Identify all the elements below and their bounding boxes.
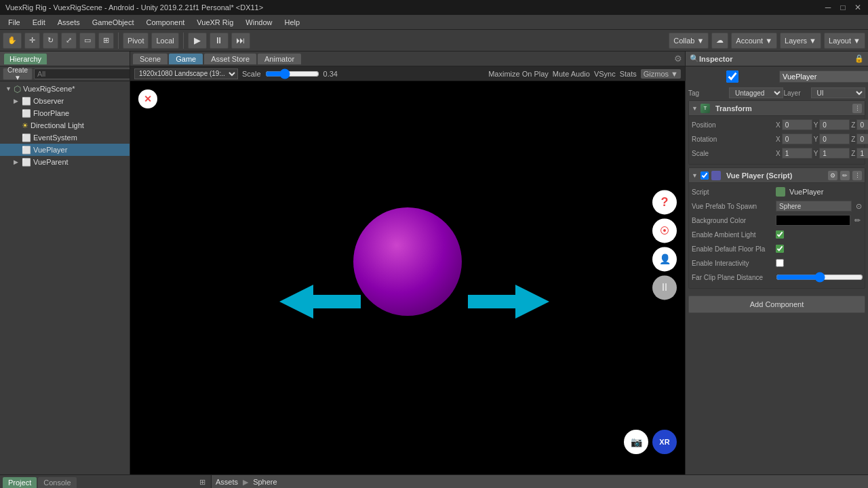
transform-menu-icon[interactable]: ⋮ (852, 104, 862, 113)
hierarchy-item-vueparent[interactable]: ▶ ⬜ VueParent (0, 156, 130, 168)
resolution-select[interactable]: 1920x1080 Landscape (19:.. (134, 68, 238, 79)
left-arrow (279, 285, 361, 320)
account-button[interactable]: Account ▼ (731, 33, 777, 49)
vueplayer-settings-icon[interactable]: ⚙ (828, 171, 837, 180)
gameobj-icon: ⬜ (22, 109, 31, 118)
minimize-button[interactable]: ─ (823, 3, 833, 12)
floor-checkbox[interactable] (776, 245, 784, 253)
scale-slider[interactable] (265, 70, 319, 77)
rect-tool-button[interactable]: ▭ (79, 33, 96, 49)
hierarchy-item-directionallight[interactable]: ☀ Directional Light (0, 119, 130, 131)
transform-tool-button[interactable]: ⊞ (98, 33, 114, 49)
bottom-panel: Project Console ⊞ Create ▼ ▼ ★ Favorites… (0, 474, 868, 488)
scale-tool-button[interactable]: ⤢ (61, 33, 77, 49)
rotate-tool-button[interactable]: ↻ (43, 33, 58, 49)
local-button[interactable]: Local (151, 33, 178, 49)
pivot-button[interactable]: Pivot (123, 33, 149, 49)
vueplayer-header[interactable]: ▼ Vue Player (Script) ⚙ ✏ ⋮ (689, 168, 865, 183)
tab-animator[interactable]: Animator (258, 54, 301, 64)
hierarchy-item-observer[interactable]: ▶ ⬜ Observer (0, 95, 130, 107)
cloud-button[interactable]: ☁ (711, 33, 728, 49)
menu-component[interactable]: Component (140, 17, 190, 28)
play-button[interactable]: ▶ (188, 33, 207, 49)
pos-z-input[interactable] (856, 119, 868, 130)
xr-button[interactable]: XR (652, 430, 677, 454)
object-name-input[interactable] (779, 70, 868, 83)
pos-y-input[interactable] (819, 119, 850, 130)
move-tool-button[interactable]: ✛ (24, 33, 40, 49)
gizmos-button[interactable]: Gizmos ▼ (641, 69, 681, 79)
hierarchy-item-vuexrigscene[interactable]: ▼ ⬡ VuexRigScene* (0, 83, 130, 95)
rot-x-input[interactable] (782, 134, 812, 144)
maximize-on-play[interactable]: Maximize On Play (488, 70, 549, 78)
scale-x-input[interactable] (782, 148, 812, 159)
tab-project[interactable]: Project (3, 477, 37, 488)
tag-select[interactable]: Untagged (729, 87, 783, 98)
rotation-values: X Y Z (776, 134, 868, 144)
close-button[interactable]: ✕ (853, 3, 863, 12)
hierarchy-tab[interactable]: Hierarchy (4, 54, 47, 64)
vsync-label[interactable]: VSync (594, 70, 616, 78)
menu-file[interactable]: File (3, 17, 26, 28)
menu-vuexr[interactable]: VueXR Rig (191, 17, 239, 28)
layers-button[interactable]: Layers ▼ (780, 33, 821, 49)
tab-console[interactable]: Console (38, 477, 76, 488)
menu-gameobject[interactable]: GameObject (87, 17, 140, 28)
pause-button[interactable]: ⏸ (210, 33, 229, 49)
rot-z-input[interactable] (856, 134, 868, 144)
breadcrumb-sphere[interactable]: Sphere (253, 478, 277, 486)
hierarchy-search-input[interactable] (34, 68, 130, 79)
maximize-button[interactable]: □ (838, 3, 848, 12)
tab-game[interactable]: Game (169, 54, 203, 64)
layer-select[interactable]: UI (811, 87, 865, 98)
step-button[interactable]: ⏭ (231, 33, 250, 49)
bgcolor-edit-icon[interactable]: ✏ (854, 216, 861, 225)
interactivity-row: Enable Interactivity (692, 257, 862, 269)
hierarchy-item-floorplane[interactable]: ⬜ FloorPlane (0, 107, 130, 119)
stats-label[interactable]: Stats (620, 70, 637, 78)
vueplayer-edit-icon[interactable]: ✏ (840, 171, 850, 180)
vueplayer-menu-icon[interactable]: ⋮ (852, 171, 862, 180)
hierarchy-create-button[interactable]: Create ▼ (3, 68, 33, 80)
inspector-title: Inspector (699, 55, 733, 63)
scale-y-input[interactable] (819, 148, 850, 159)
prefab-input[interactable] (776, 201, 852, 211)
interactivity-checkbox[interactable] (776, 259, 784, 267)
tab-scene[interactable]: Scene (133, 54, 167, 64)
scene-settings-icon[interactable]: ⚙ (674, 54, 682, 64)
tab-asset-store[interactable]: Asset Store (204, 54, 256, 64)
transform-header[interactable]: ▼ T Transform ⋮ (689, 101, 865, 116)
avatar-button[interactable]: 👤 (652, 247, 677, 271)
nav-button[interactable]: ⦿ (652, 218, 677, 243)
help-button[interactable]: ? (652, 190, 677, 214)
object-active-checkbox[interactable] (688, 70, 776, 83)
hierarchy-item-vueplayer[interactable]: ⬜ VuePlayer (0, 144, 130, 156)
vueplayer-active-checkbox[interactable] (701, 171, 709, 180)
hierarchy-item-eventsystem[interactable]: ⬜ EventSystem (0, 131, 130, 144)
hand-tool-button[interactable]: ✋ (3, 33, 22, 49)
close-button-overlay[interactable]: ✕ (138, 89, 157, 108)
layout-button[interactable]: Layout ▼ (824, 33, 865, 49)
floor-label: Enable Default Floor Pla (692, 245, 773, 253)
camera-button[interactable]: 📷 (624, 430, 648, 454)
farclip-slider[interactable] (776, 274, 863, 281)
rot-y-input[interactable] (819, 134, 850, 144)
transform-icon: T (701, 104, 710, 113)
menu-assets[interactable]: Assets (52, 17, 85, 28)
collab-button[interactable]: Collab ▼ (669, 33, 709, 49)
item-label: EventSystem (33, 134, 77, 142)
menu-edit[interactable]: Edit (27, 17, 51, 28)
menu-window[interactable]: Window (240, 17, 277, 28)
prefab-circle-icon[interactable]: ⊙ (856, 202, 862, 211)
breadcrumb-assets[interactable]: Assets (216, 478, 238, 486)
scale-z-input[interactable] (856, 148, 868, 159)
menu-help[interactable]: Help (279, 17, 305, 28)
pos-x-input[interactable] (782, 119, 812, 130)
mute-audio[interactable]: Mute Audio (553, 70, 590, 78)
pause-button-overlay[interactable]: ⏸ (652, 275, 677, 300)
ambient-checkbox[interactable] (776, 230, 784, 239)
add-component-button[interactable]: Add Component (688, 296, 865, 313)
lock-icon[interactable]: 🔒 (854, 54, 864, 63)
bgcolor-picker[interactable] (776, 215, 850, 226)
project-panel-maximize[interactable]: ⊞ (199, 478, 205, 487)
